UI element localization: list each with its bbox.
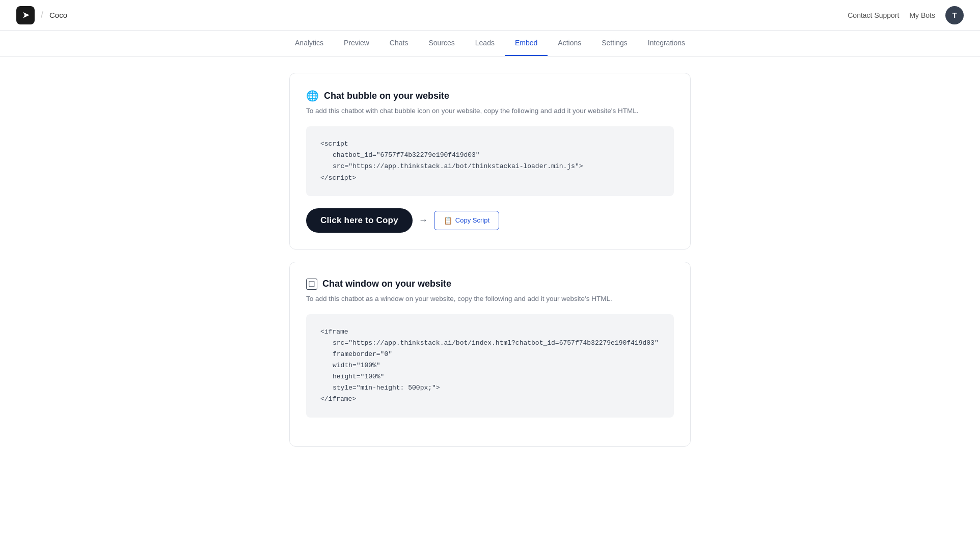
bubble-code-line-2: chatbot_id="6757f74b32279e190f419d03" (320, 150, 660, 161)
main-content: 🌐 Chat bubble on your website To add thi… (281, 57, 699, 475)
window-code-block: <iframe src="https://app.thinkstack.ai/b… (306, 314, 674, 418)
avatar[interactable]: T (945, 6, 964, 24)
copy-icon: 📋 (444, 216, 452, 225)
bubble-copy-script-label: Copy Script (455, 216, 489, 224)
bubble-code-line-3: src="https://app.thinkstack.ai/bot/think… (320, 161, 660, 172)
bubble-code-line-1: <script (320, 140, 348, 148)
contact-support-link[interactable]: Contact Support (848, 11, 899, 19)
bubble-section-title: Chat bubble on your website (324, 91, 449, 101)
bubble-section-desc: To add this chatbot with chat bubble ico… (306, 106, 674, 116)
tab-settings[interactable]: Settings (591, 31, 638, 56)
tab-embed[interactable]: Embed (505, 31, 548, 56)
bubble-copy-row: Click here to Copy → 📋 Copy Script (306, 208, 674, 233)
window-section-desc: To add this chatbot as a window on your … (306, 294, 674, 304)
bubble-section-header: 🌐 Chat bubble on your website (306, 90, 674, 102)
tab-leads[interactable]: Leads (465, 31, 505, 56)
chat-window-card: □ Chat window on your website To add thi… (289, 262, 691, 447)
logo-icon[interactable]: ➤ (16, 6, 35, 24)
tab-integrations[interactable]: Integrations (638, 31, 695, 56)
window-section-header: □ Chat window on your website (306, 279, 674, 290)
header-right: Contact Support My Bots T (848, 6, 964, 24)
tab-actions[interactable]: Actions (548, 31, 591, 56)
bot-name: Coco (49, 11, 67, 19)
tab-chats[interactable]: Chats (379, 31, 419, 56)
window-code-line-2: src="https://app.thinkstack.ai/bot/index… (320, 338, 660, 349)
bubble-code-line-4: </script> (320, 174, 356, 182)
window-code-line-3: frameborder="0" (320, 349, 660, 360)
bubble-code-block: <script chatbot_id="6757f74b32279e190f41… (306, 126, 674, 196)
my-bots-link[interactable]: My Bots (909, 11, 935, 19)
window-code-line-5: height="100%" (320, 371, 660, 382)
chat-bubble-card: 🌐 Chat bubble on your website To add thi… (289, 73, 691, 250)
tab-preview[interactable]: Preview (334, 31, 379, 56)
window-code-line-4: width="100%" (320, 360, 660, 371)
window-code-line-6: style="min-height: 500px;"> (320, 382, 660, 394)
window-section-title: Chat window on your website (322, 279, 451, 289)
header: ➤ / Coco Contact Support My Bots T (0, 0, 980, 31)
window-code-line-1: <iframe (320, 328, 348, 336)
bubble-copy-script-button[interactable]: 📋 Copy Script (434, 211, 499, 230)
navigation: Analytics Preview Chats Sources Leads Em… (0, 31, 980, 57)
header-left: ➤ / Coco (16, 6, 67, 24)
window-code-line-7: </iframe> (320, 395, 356, 403)
globe-icon: 🌐 (306, 90, 319, 102)
tab-analytics[interactable]: Analytics (285, 31, 334, 56)
bubble-click-copy-button[interactable]: Click here to Copy (306, 208, 413, 233)
header-separator: / (41, 10, 43, 20)
arrow-icon: → (419, 215, 428, 226)
tab-sources[interactable]: Sources (418, 31, 465, 56)
window-icon: □ (306, 279, 317, 290)
